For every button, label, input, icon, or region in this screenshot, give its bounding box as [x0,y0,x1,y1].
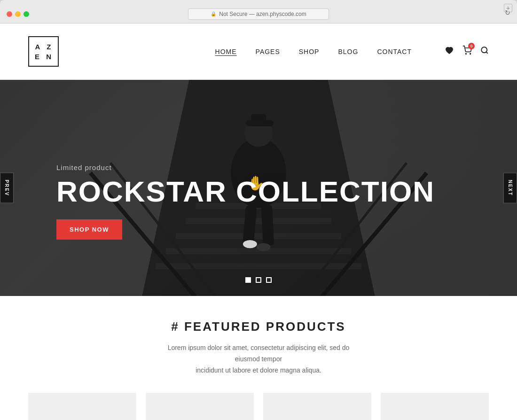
product-card-2[interactable] [146,393,254,420]
svg-point-2 [481,47,487,53]
hero-slider: ✋ Limited product ROCKSTAR COLLECTION SH… [0,80,517,296]
hero-subtitle: Limited product [56,163,435,171]
nav-contact[interactable]: CONTACT [377,48,412,55]
nav-icons: 0 [445,46,489,57]
slider-dot-2[interactable] [256,277,261,283]
address-text: Not Secure — azen.physcode.com [219,11,306,17]
featured-section: # FEATURED PRODUCTS Lorem ipsum dolor si… [0,296,517,420]
address-bar[interactable]: 🔒 Not Secure — azen.physcode.com [188,8,329,20]
wishlist-icon[interactable] [445,46,454,57]
slider-dots [245,277,272,283]
new-tab-button[interactable]: + [504,4,512,12]
svg-line-3 [486,52,487,53]
shop-now-button[interactable]: SHOP NOW [56,219,122,240]
search-icon[interactable] [480,46,489,57]
lock-icon: 🔒 [211,11,216,16]
hero-content: Limited product ROCKSTAR COLLECTION SHOP… [56,163,435,240]
product-grid [28,393,489,420]
svg-point-24 [243,240,257,248]
nav-shop[interactable]: SHOP [299,48,320,55]
main-nav: HOME PAGES SHOP BLOG CONTACT 0 [215,46,489,57]
browser-chrome: 🔒 Not Secure — azen.physcode.com ↻ + [0,0,517,23]
website: A ZE N HOME PAGES SHOP BLOG CONTACT [0,23,517,420]
logo[interactable]: A ZE N [28,36,59,67]
featured-title: # FEATURED PRODUCTS [28,319,489,334]
nav-blog[interactable]: BLOG [338,48,358,55]
svg-point-1 [470,54,471,54]
featured-description: Lorem ipsum dolor sit amet, consectetur … [164,342,352,376]
product-card-4[interactable] [381,393,489,420]
nav-pages[interactable]: PAGES [256,48,280,55]
svg-rect-8 [156,263,361,269]
slider-dot-3[interactable] [266,277,272,283]
close-dot[interactable] [7,11,12,17]
site-header: A ZE N HOME PAGES SHOP BLOG CONTACT [0,23,517,80]
hero-title: ROCKSTAR COLLECTION [56,177,435,206]
product-card-1[interactable] [28,393,136,420]
nav-home[interactable]: HOME [215,48,237,55]
slider-prev-button[interactable]: PREV [0,172,14,203]
minimize-dot[interactable] [15,11,21,17]
slider-dot-1[interactable] [245,277,251,283]
slider-next-button[interactable]: NEXT [503,173,517,203]
browser-dots [0,11,29,17]
product-card-3[interactable] [263,393,371,420]
logo-text: A ZE N [35,42,52,62]
cart-icon[interactable]: 0 [462,46,472,57]
svg-rect-20 [251,114,266,123]
cart-badge: 0 [468,43,475,49]
svg-point-25 [257,243,271,251]
svg-point-0 [466,54,467,54]
maximize-dot[interactable] [24,11,29,17]
